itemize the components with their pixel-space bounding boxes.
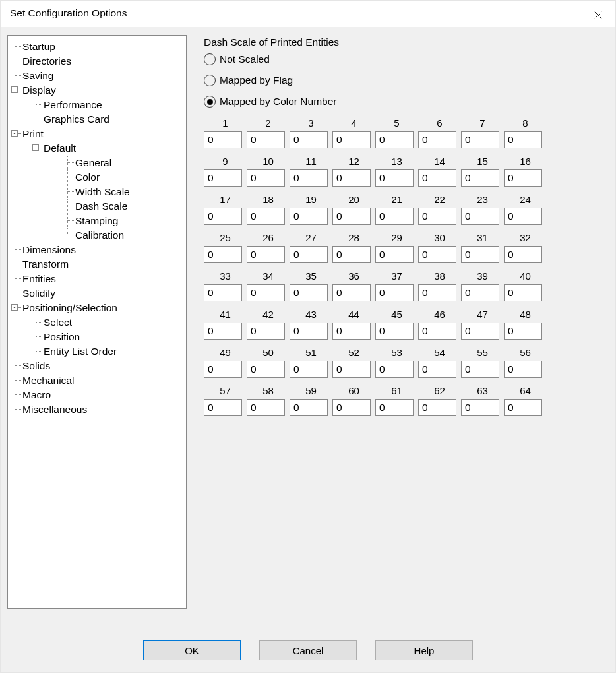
- grid-input-42[interactable]: [247, 323, 285, 340]
- help-button[interactable]: Help: [375, 640, 473, 660]
- tree-item-general[interactable]: General: [75, 157, 111, 168]
- tree-item-entities[interactable]: Entities: [22, 273, 56, 284]
- grid-input-54[interactable]: [418, 361, 456, 378]
- tree-item-dash-scale[interactable]: Dash Scale: [75, 200, 127, 212]
- grid-input-4[interactable]: [332, 131, 371, 148]
- grid-input-26[interactable]: [247, 246, 285, 263]
- grid-input-63[interactable]: [461, 399, 499, 416]
- grid-input-30[interactable]: [418, 246, 456, 263]
- grid-input-47[interactable]: [461, 323, 499, 340]
- tree-expander-display[interactable]: -: [11, 86, 18, 93]
- tree-item-stamping[interactable]: Stamping: [75, 215, 118, 226]
- grid-input-1[interactable]: [204, 131, 242, 148]
- grid-input-12[interactable]: [332, 169, 371, 187]
- grid-input-50[interactable]: [247, 361, 285, 378]
- grid-input-22[interactable]: [418, 208, 456, 225]
- grid-input-64[interactable]: [504, 399, 542, 416]
- tree-item-solids[interactable]: Solids: [22, 360, 50, 371]
- grid-input-6[interactable]: [418, 131, 456, 148]
- grid-input-25[interactable]: [204, 246, 242, 263]
- grid-input-44[interactable]: [332, 323, 371, 340]
- tree-item-macro[interactable]: Macro: [22, 389, 51, 400]
- grid-input-17[interactable]: [204, 208, 242, 225]
- grid-input-53[interactable]: [375, 361, 414, 378]
- radio-not-scaled[interactable]: Not Scaled: [204, 53, 609, 65]
- grid-input-7[interactable]: [461, 131, 499, 148]
- grid-input-61[interactable]: [375, 399, 414, 416]
- tree-item-pos-sel[interactable]: Positioning/Selection: [22, 302, 117, 313]
- grid-input-48[interactable]: [504, 323, 542, 340]
- grid-input-55[interactable]: [461, 361, 499, 378]
- grid-input-62[interactable]: [418, 399, 456, 416]
- grid-input-11[interactable]: [290, 169, 328, 187]
- grid-input-33[interactable]: [204, 284, 242, 301]
- grid-input-15[interactable]: [461, 169, 499, 187]
- grid-input-51[interactable]: [290, 361, 328, 378]
- grid-input-13[interactable]: [375, 169, 414, 187]
- tree-item-entity-list-order[interactable]: Entity List Order: [44, 346, 117, 357]
- grid-input-29[interactable]: [375, 246, 414, 263]
- grid-input-18[interactable]: [247, 208, 285, 225]
- tree-item-print[interactable]: Print: [22, 128, 44, 139]
- tree-item-color[interactable]: Color: [75, 171, 100, 183]
- tree-expander-pos-sel[interactable]: -: [11, 304, 18, 311]
- tree-item-directories[interactable]: Directories: [22, 55, 71, 67]
- grid-input-34[interactable]: [247, 284, 285, 301]
- tree-item-mechanical[interactable]: Mechanical: [22, 375, 74, 386]
- tree-expander-default[interactable]: -: [32, 144, 39, 151]
- close-button[interactable]: [590, 7, 606, 23]
- tree-item-solidify[interactable]: Solidify: [22, 288, 55, 299]
- grid-input-39[interactable]: [461, 284, 499, 301]
- grid-input-45[interactable]: [375, 323, 414, 340]
- grid-input-19[interactable]: [290, 208, 328, 225]
- tree-item-display[interactable]: Display: [22, 84, 56, 96]
- tree-expander-print[interactable]: -: [11, 130, 18, 137]
- cancel-button[interactable]: Cancel: [259, 640, 357, 660]
- grid-input-59[interactable]: [290, 399, 328, 416]
- tree-item-position[interactable]: Position: [44, 331, 80, 342]
- grid-input-24[interactable]: [504, 208, 542, 225]
- grid-input-60[interactable]: [332, 399, 371, 416]
- tree-item-transform[interactable]: Transform: [22, 259, 69, 270]
- grid-input-52[interactable]: [332, 361, 371, 378]
- tree-item-miscellaneous[interactable]: Miscellaneous: [22, 404, 87, 415]
- grid-input-36[interactable]: [332, 284, 371, 301]
- ok-button[interactable]: OK: [143, 640, 241, 660]
- tree-item-startup[interactable]: Startup: [22, 41, 55, 52]
- tree-item-graphics-card[interactable]: Graphics Card: [44, 113, 109, 125]
- tree-item-saving[interactable]: Saving: [22, 70, 53, 81]
- grid-input-46[interactable]: [418, 323, 456, 340]
- grid-input-23[interactable]: [461, 208, 499, 225]
- grid-input-58[interactable]: [247, 399, 285, 416]
- grid-input-27[interactable]: [290, 246, 328, 263]
- grid-input-10[interactable]: [247, 169, 285, 187]
- grid-input-37[interactable]: [375, 284, 414, 301]
- grid-input-31[interactable]: [461, 246, 499, 263]
- grid-input-43[interactable]: [290, 323, 328, 340]
- grid-input-28[interactable]: [332, 246, 371, 263]
- radio-mapped-color[interactable]: Mapped by Color Number: [204, 96, 609, 108]
- grid-input-32[interactable]: [504, 246, 542, 263]
- grid-input-40[interactable]: [504, 284, 542, 301]
- tree-item-dimensions[interactable]: Dimensions: [22, 244, 76, 255]
- grid-input-38[interactable]: [418, 284, 456, 301]
- tree-item-select[interactable]: Select: [44, 317, 72, 328]
- tree-item-performance[interactable]: Performance: [44, 99, 102, 110]
- grid-input-16[interactable]: [504, 169, 542, 187]
- grid-input-8[interactable]: [504, 131, 542, 148]
- tree-item-width-scale[interactable]: Width Scale: [75, 186, 130, 197]
- grid-input-49[interactable]: [204, 361, 242, 378]
- tree-item-calibration[interactable]: Calibration: [75, 230, 124, 241]
- tree-item-default[interactable]: Default: [44, 142, 76, 154]
- grid-input-9[interactable]: [204, 169, 242, 187]
- grid-input-57[interactable]: [204, 399, 242, 416]
- grid-input-41[interactable]: [204, 323, 242, 340]
- grid-input-56[interactable]: [504, 361, 542, 378]
- grid-input-2[interactable]: [247, 131, 285, 148]
- grid-input-14[interactable]: [418, 169, 456, 187]
- grid-input-35[interactable]: [290, 284, 328, 301]
- grid-input-21[interactable]: [375, 208, 414, 225]
- grid-input-3[interactable]: [290, 131, 328, 148]
- grid-input-20[interactable]: [332, 208, 371, 225]
- radio-mapped-flag[interactable]: Mapped by Flag: [204, 75, 609, 86]
